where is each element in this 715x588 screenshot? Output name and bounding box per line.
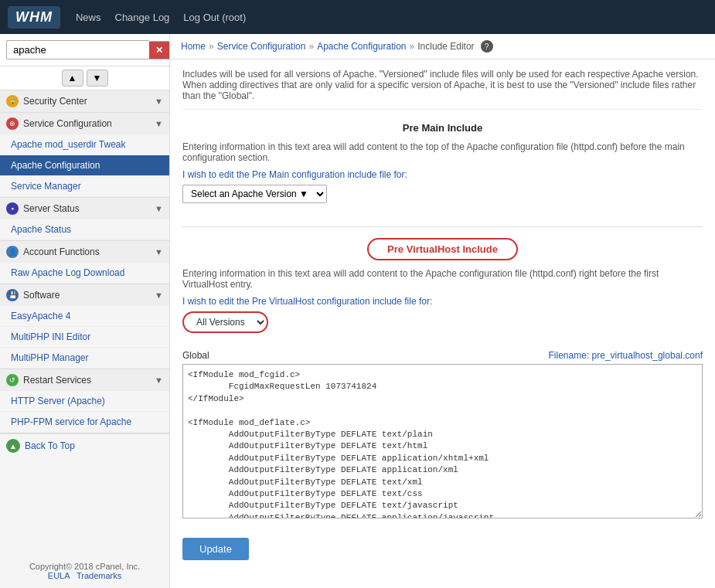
section-account-functions-header[interactable]: 👤 Account Functions ▼ (0, 241, 169, 263)
section-account-functions: 👤 Account Functions ▼ Raw Apache Log Dow… (0, 241, 169, 284)
breadcrumb-apache-config[interactable]: Apache Configuration (317, 41, 406, 52)
whm-logo: WHM (8, 6, 60, 29)
sidebar: ✕ ▲ ▼ 🔒 Security Center ▼ ⊗ Service Conf… (0, 34, 170, 588)
section-software: 💾 Software ▼ EasyApache 4 MultiPHP INI E… (0, 284, 169, 369)
account-functions-icon: 👤 (6, 246, 19, 258)
section-security-center-header[interactable]: 🔒 Security Center ▼ (0, 90, 169, 112)
security-center-label: Security Center (23, 96, 87, 107)
eula-link[interactable]: EULA (48, 571, 70, 580)
intro-text: Includes will be used for all versions o… (182, 69, 703, 110)
search-clear-button[interactable]: ✕ (149, 41, 170, 59)
sidebar-footer: Copyright© 2018 cPanel, Inc. EULA Tradem… (0, 554, 169, 588)
section-software-header[interactable]: 💾 Software ▼ (0, 284, 169, 306)
nav-changelog[interactable]: Change Log (115, 12, 170, 23)
section-restart-header[interactable]: ↺ Restart Services ▼ (0, 369, 169, 391)
server-status-chevron: ▼ (155, 204, 163, 213)
software-label: Software (23, 290, 60, 301)
search-input[interactable] (6, 40, 149, 59)
section-server-status: ▪ Server Status ▼ Apache Status (0, 198, 169, 241)
service-config-chevron: ▼ (155, 119, 163, 128)
section-service-configuration: ⊗ Service Configuration ▼ Apache mod_use… (0, 113, 169, 198)
breadcrumb: Home » Service Configuration » Apache Co… (170, 34, 715, 59)
sidebar-item-http-server[interactable]: HTTP Server (Apache) (0, 391, 169, 412)
software-icon: 💾 (6, 289, 19, 301)
service-config-label: Service Configuration (23, 118, 112, 129)
trademarks-link[interactable]: Trademarks (77, 571, 121, 580)
filename-info: Filename: pre_virtualhost_global.conf (549, 350, 703, 361)
breadcrumb-home[interactable]: Home (181, 41, 206, 52)
server-status-icon: ▪ (6, 202, 19, 215)
sidebar-item-service-manager[interactable]: Service Manager (0, 176, 169, 197)
content-scroll: Includes will be used for all versions o… (170, 59, 715, 588)
all-versions-select[interactable]: All Versions (182, 311, 268, 333)
restart-icon: ↺ (6, 374, 19, 386)
section-security-center: 🔒 Security Center ▼ (0, 90, 169, 113)
sidebar-item-raw-apache-log[interactable]: Raw Apache Log Download (0, 263, 169, 284)
code-editor[interactable] (182, 364, 703, 518)
help-icon[interactable]: ? (481, 40, 493, 53)
breadcrumb-include-editor: Include Editor (417, 41, 474, 52)
breadcrumb-service-config[interactable]: Service Configuration (217, 41, 306, 52)
sidebar-item-php-fpm[interactable]: PHP-FPM service for Apache (0, 412, 169, 433)
account-functions-label: Account Functions (23, 246, 100, 257)
sep2: » (308, 41, 314, 52)
update-button[interactable]: Update (182, 538, 249, 560)
collapse-down-button[interactable]: ▼ (87, 70, 108, 87)
restart-chevron: ▼ (155, 376, 163, 385)
sep3: » (410, 41, 415, 52)
nav-logout[interactable]: Log Out (root) (183, 12, 246, 23)
search-bar: ✕ (0, 34, 169, 66)
wish-edit-pre-vh: I wish to edit the Pre VirtualHost confi… (182, 296, 703, 307)
service-config-icon: ⊗ (6, 117, 19, 130)
server-status-label: Server Status (23, 203, 80, 214)
security-center-icon: 🔒 (6, 95, 19, 107)
pre-vh-title-container: Pre VirtualHost Include (182, 238, 703, 260)
nav-news[interactable]: News (76, 12, 101, 23)
section-server-status-header[interactable]: ▪ Server Status ▼ (0, 198, 169, 219)
section-restart-services: ↺ Restart Services ▼ HTTP Server (Apache… (0, 369, 169, 433)
sidebar-item-apache-mod-userdir[interactable]: Apache mod_userdir Tweak (0, 134, 169, 155)
file-info-bar: Global Filename: pre_virtualhost_global.… (182, 350, 703, 361)
collapse-controls: ▲ ▼ (0, 66, 169, 90)
sidebar-item-multiphp-ini[interactable]: MultiPHP INI Editor (0, 327, 169, 348)
content-area: Home » Service Configuration » Apache Co… (170, 34, 715, 588)
section-service-config-header[interactable]: ⊗ Service Configuration ▼ (0, 113, 169, 134)
main-layout: ✕ ▲ ▼ 🔒 Security Center ▼ ⊗ Service Conf… (0, 34, 715, 588)
back-to-top-label: Back To Top (25, 440, 75, 451)
collapse-up-button[interactable]: ▲ (62, 70, 83, 87)
section-divider (182, 226, 703, 227)
wish-edit-pre-main: I wish to edit the Pre Main configuratio… (182, 169, 703, 180)
sep1: » (209, 41, 214, 52)
account-functions-chevron: ▼ (155, 247, 163, 257)
apache-version-select[interactable]: Select an Apache Version ▼ (182, 185, 327, 203)
sidebar-item-easyapache4[interactable]: EasyApache 4 (0, 306, 169, 327)
copyright-text: Copyright© 2018 cPanel, Inc. (6, 562, 163, 571)
pre-main-desc: Entering information in this text area w… (182, 141, 703, 163)
back-to-top-button[interactable]: ▲ Back To Top (0, 433, 169, 457)
back-to-top-icon: ▲ (6, 439, 20, 453)
pre-vh-desc: Entering information in this text area w… (182, 268, 703, 290)
pre-main-title: Pre Main Include (182, 122, 703, 134)
sidebar-item-apache-configuration[interactable]: Apache Configuration (0, 155, 169, 176)
sidebar-item-apache-status[interactable]: Apache Status (0, 219, 169, 240)
security-center-chevron: ▼ (155, 97, 163, 106)
top-navigation: WHM News Change Log Log Out (root) (0, 0, 715, 34)
sidebar-item-multiphp-manager[interactable]: MultiPHP Manager (0, 348, 169, 369)
restart-label: Restart Services (23, 375, 91, 386)
pre-vh-title: Pre VirtualHost Include (367, 238, 518, 260)
filename-label: Filename: (549, 350, 590, 361)
filename-value: pre_virtualhost_global.conf (592, 350, 703, 361)
software-chevron: ▼ (155, 291, 163, 300)
global-label: Global (182, 350, 209, 361)
